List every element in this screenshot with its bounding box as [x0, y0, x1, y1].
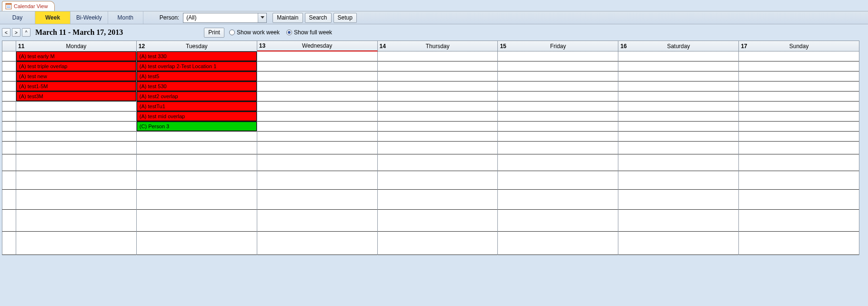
calendar-cell[interactable]: [257, 122, 378, 132]
calendar-cell[interactable]: [378, 51, 498, 61]
calendar-cell[interactable]: [498, 102, 618, 112]
calendar-cell[interactable]: [618, 142, 739, 154]
calendar-cell[interactable]: [739, 132, 859, 142]
calendar-cell[interactable]: [739, 122, 859, 132]
next-button[interactable]: >: [12, 28, 20, 37]
calendar-header-day[interactable]: 17 Sunday: [739, 41, 859, 51]
calendar-cell[interactable]: [739, 92, 859, 102]
view-tab-week[interactable]: Week: [35, 11, 71, 24]
calendar-event[interactable]: (A) test mid overlap: [137, 112, 257, 121]
calendar-event[interactable]: (A) test1-5M: [16, 82, 136, 91]
document-tab[interactable]: Calendar View: [2, 1, 55, 11]
calendar-cell[interactable]: [498, 51, 618, 61]
calendar-header-day[interactable]: 14 Thursday: [378, 41, 498, 51]
calendar-cell[interactable]: [618, 132, 739, 142]
calendar-cell[interactable]: [618, 210, 739, 232]
calendar-cell[interactable]: [16, 132, 137, 142]
calendar-event[interactable]: (A) testTu1: [137, 102, 257, 111]
calendar-event[interactable]: (A) test2 overlap: [137, 92, 257, 101]
calendar-event[interactable]: (A) test5: [137, 71, 257, 81]
calendar-cell[interactable]: [618, 61, 739, 71]
calendar-event[interactable]: (A) test early M: [16, 51, 136, 61]
calendar-cell[interactable]: [378, 132, 498, 142]
calendar-cell[interactable]: [498, 82, 618, 92]
calendar-cell[interactable]: [618, 112, 739, 122]
calendar-header-day[interactable]: 12 Tuesday: [137, 41, 257, 51]
calendar-cell[interactable]: [137, 171, 257, 190]
calendar-header-day[interactable]: 13 Wednesday: [257, 41, 378, 51]
person-combobox[interactable]: (All): [183, 13, 267, 23]
calendar-cell[interactable]: [16, 122, 137, 132]
calendar-cell[interactable]: [378, 92, 498, 102]
calendar-cell[interactable]: [378, 102, 498, 112]
calendar-cell[interactable]: [618, 71, 739, 82]
calendar-cell[interactable]: [16, 112, 137, 122]
calendar-cell[interactable]: [618, 122, 739, 132]
calendar-cell[interactable]: [257, 132, 378, 142]
calendar-cell[interactable]: (A) test5: [137, 71, 257, 82]
calendar-cell[interactable]: [137, 232, 257, 255]
calendar-cell[interactable]: [257, 232, 378, 255]
calendar-cell[interactable]: [257, 190, 378, 210]
calendar-cell[interactable]: [16, 142, 137, 154]
chevron-down-icon[interactable]: [258, 13, 266, 22]
calendar-cell[interactable]: [498, 154, 618, 171]
calendar-cell[interactable]: [378, 171, 498, 190]
calendar-cell[interactable]: (A) test overlap 2-Test Location 1: [137, 61, 257, 71]
calendar-cell[interactable]: [739, 142, 859, 154]
calendar-cell[interactable]: [498, 61, 618, 71]
calendar-cell[interactable]: (A) test 530: [137, 82, 257, 92]
calendar-cell[interactable]: [498, 210, 618, 232]
view-tab-day[interactable]: Day: [0, 11, 35, 24]
calendar-cell[interactable]: [257, 51, 378, 61]
calendar-cell[interactable]: [618, 51, 739, 61]
calendar-cell[interactable]: [618, 171, 739, 190]
calendar-event[interactable]: (A) test3M: [16, 92, 136, 101]
calendar-cell[interactable]: [739, 102, 859, 112]
calendar-cell[interactable]: (A) test3M: [16, 92, 137, 102]
calendar-cell[interactable]: [618, 82, 739, 92]
calendar-cell[interactable]: [257, 112, 378, 122]
calendar-cell[interactable]: [739, 171, 859, 190]
calendar-cell[interactable]: [257, 92, 378, 102]
calendar-event[interactable]: (A) test overlap 2-Test Location 1: [137, 61, 257, 71]
prev-button[interactable]: <: [2, 28, 10, 37]
calendar-cell[interactable]: [618, 102, 739, 112]
calendar-cell[interactable]: [618, 190, 739, 210]
calendar-cell[interactable]: [618, 232, 739, 255]
calendar-cell[interactable]: (A) test2 overlap: [137, 92, 257, 102]
calendar-cell[interactable]: [257, 154, 378, 171]
calendar-cell[interactable]: [498, 190, 618, 210]
calendar-cell[interactable]: [739, 51, 859, 61]
calendar-cell[interactable]: [16, 190, 137, 210]
calendar-cell[interactable]: [257, 82, 378, 92]
calendar-cell[interactable]: [257, 71, 378, 82]
calendar-event[interactable]: (C) Person 3: [137, 122, 257, 131]
view-tab-month[interactable]: Month: [108, 11, 143, 24]
calendar-cell[interactable]: [378, 190, 498, 210]
calendar-cell[interactable]: [378, 82, 498, 92]
calendar-cell[interactable]: [257, 61, 378, 71]
calendar-cell[interactable]: [498, 122, 618, 132]
calendar-cell[interactable]: [378, 122, 498, 132]
calendar-cell[interactable]: [137, 190, 257, 210]
calendar-cell[interactable]: [257, 210, 378, 232]
calendar-cell[interactable]: (A) test mid overlap: [137, 112, 257, 122]
calendar-cell[interactable]: [739, 82, 859, 92]
calendar-cell[interactable]: [739, 71, 859, 82]
print-button[interactable]: Print: [204, 28, 224, 38]
calendar-cell[interactable]: [739, 61, 859, 71]
calendar-event[interactable]: (A) test new: [16, 71, 136, 81]
calendar-cell[interactable]: [498, 112, 618, 122]
calendar-cell[interactable]: (A) test early M: [16, 51, 137, 61]
calendar-cell[interactable]: [137, 210, 257, 232]
calendar-cell[interactable]: [137, 142, 257, 154]
calendar-cell[interactable]: (C) Person 3: [137, 122, 257, 132]
calendar-cell[interactable]: [257, 171, 378, 190]
calendar-cell[interactable]: (A) test new: [16, 71, 137, 82]
calendar-cell[interactable]: (A) testTu1: [137, 102, 257, 112]
radio-full-week[interactable]: Show full week: [286, 29, 332, 36]
calendar-cell[interactable]: [378, 112, 498, 122]
calendar-cell[interactable]: [257, 142, 378, 154]
calendar-cell[interactable]: [378, 61, 498, 71]
